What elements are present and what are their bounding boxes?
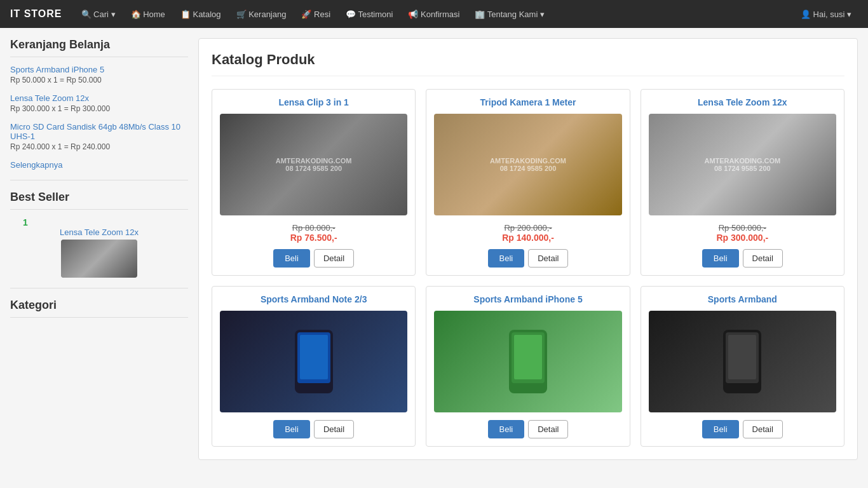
cart-title: Keranjang Belanja <box>10 38 188 57</box>
page-content: Keranjang Belanja Sports Armband iPhone … <box>0 28 868 470</box>
nav-home[interactable]: 🏠 Home <box>125 7 172 22</box>
sidebar-divider-2 <box>10 288 188 288</box>
product-image-5 <box>649 311 836 412</box>
detail-button-5[interactable]: Detail <box>743 420 783 438</box>
product-card-3: Sports Armband Note 2/3 Beli Detail <box>212 286 416 447</box>
beli-button-3[interactable]: Beli <box>273 420 310 438</box>
svg-rect-5 <box>514 335 542 379</box>
detail-button-3[interactable]: Detail <box>314 420 354 438</box>
beli-button-1[interactable]: Beli <box>488 249 525 268</box>
beli-button-0[interactable]: Beli <box>273 249 310 268</box>
nav-keranjang[interactable]: 🛒 Keranjang <box>230 7 293 22</box>
product-old-price-2: Rp 500.000,- <box>649 223 836 233</box>
product-name-1[interactable]: Tripod Kamera 1 Meter <box>434 97 621 107</box>
product-image-0: AMTERAKODING.COM08 1724 9585 200 <box>220 114 407 215</box>
kategori-title: Kategori <box>10 299 188 318</box>
product-card-5: Sports Armband Beli Detail <box>641 286 844 447</box>
beli-button-2[interactable]: Beli <box>702 249 739 268</box>
sidebar: Keranjang Belanja Sports Armband iPhone … <box>10 38 188 460</box>
product-image-4 <box>434 311 621 412</box>
cart-item: Lensa Tele Zoom 12x Rp 300.000 x 1 = Rp … <box>10 93 188 113</box>
product-name-3[interactable]: Sports Armband Note 2/3 <box>220 294 407 304</box>
cart-item-price-2: Rp 240.000 x 1 = Rp 240.000 <box>10 142 188 151</box>
nav-cari[interactable]: 🔍 Cari ▾ <box>75 7 122 22</box>
product-actions-0: Beli Detail <box>220 249 407 268</box>
best-seller-image <box>61 240 137 278</box>
nav-tentang[interactable]: 🏢 Tentang Kami ▾ <box>468 7 550 22</box>
detail-button-2[interactable]: Detail <box>743 249 783 268</box>
product-actions-3: Beli Detail <box>220 420 407 438</box>
nav-konfirmasi[interactable]: 📢 Konfirmasi <box>402 7 466 22</box>
detail-button-1[interactable]: Detail <box>528 249 568 268</box>
cart-item: Micro SD Card Sandisk 64gb 48Mb/s Class … <box>10 122 188 151</box>
cart-item: Sports Armband iPhone 5 Rp 50.000 x 1 = … <box>10 65 188 85</box>
product-card-4: Sports Armband iPhone 5 Beli Detail <box>426 286 630 447</box>
nav-testimoni[interactable]: 💬 Testimoni <box>339 7 399 22</box>
nav-user[interactable]: 👤 Hai, susi ▾ <box>794 7 858 22</box>
product-new-price-0: Rp 76.500,- <box>220 233 407 243</box>
product-actions-4: Beli Detail <box>434 420 621 438</box>
cart-item-name-0[interactable]: Sports Armband iPhone 5 <box>10 65 188 74</box>
product-name-0[interactable]: Lensa Clip 3 in 1 <box>220 97 407 107</box>
cart-more-link[interactable]: Selengkapnya <box>10 160 188 170</box>
product-image-3 <box>220 311 407 412</box>
product-name-5[interactable]: Sports Armband <box>649 294 836 304</box>
nav-katalog[interactable]: 📋 Katalog <box>174 7 227 22</box>
katalog-title: Katalog Produk <box>212 51 844 76</box>
best-seller-title: Best Seller <box>10 191 188 210</box>
detail-button-4[interactable]: Detail <box>528 420 568 438</box>
best-seller-rank: 1 <box>23 217 28 227</box>
svg-rect-2 <box>300 335 328 379</box>
product-card-0: Lensa Clip 3 in 1 AMTERAKODING.COM08 172… <box>212 89 416 276</box>
product-name-2[interactable]: Lensa Tele Zoom 12x <box>649 97 836 107</box>
product-actions-2: Beli Detail <box>649 249 836 268</box>
cart-item-price-1: Rp 300.000 x 1 = Rp 300.000 <box>10 104 188 113</box>
cart-item-price-0: Rp 50.000 x 1 = Rp 50.000 <box>10 76 188 85</box>
beli-button-5[interactable]: Beli <box>702 420 739 438</box>
product-new-price-1: Rp 140.000,- <box>434 233 621 243</box>
product-image-1: AMTERAKODING.COM08 1724 9585 200 <box>434 114 621 215</box>
product-actions-5: Beli Detail <box>649 420 836 438</box>
svg-rect-8 <box>728 335 756 379</box>
main-content: Katalog Produk Lensa Clip 3 in 1 AMTERAK… <box>198 38 858 460</box>
product-old-price-1: Rp 200.000,- <box>434 223 621 233</box>
product-card-1: Tripod Kamera 1 Meter AMTERAKODING.COM08… <box>426 89 630 276</box>
product-new-price-2: Rp 300.000,- <box>649 233 836 243</box>
product-old-price-0: Rp 80.000,- <box>220 223 407 233</box>
brand-logo: IT STORE <box>10 8 62 20</box>
product-name-4[interactable]: Sports Armband iPhone 5 <box>434 294 621 304</box>
product-actions-1: Beli Detail <box>434 249 621 268</box>
cart-item-name-2[interactable]: Micro SD Card Sandisk 64gb 48Mb/s Class … <box>10 122 188 141</box>
product-card-2: Lensa Tele Zoom 12x AMTERAKODING.COM08 1… <box>641 89 844 276</box>
navbar: IT STORE 🔍 Cari ▾ 🏠 Home 📋 Katalog 🛒 Ker… <box>0 0 868 28</box>
sidebar-divider <box>10 180 188 180</box>
cart-item-name-1[interactable]: Lensa Tele Zoom 12x <box>10 93 188 103</box>
beli-button-4[interactable]: Beli <box>488 420 525 438</box>
detail-button-0[interactable]: Detail <box>314 249 354 268</box>
product-image-2: AMTERAKODING.COM08 1724 9585 200 <box>649 114 836 215</box>
nav-resi[interactable]: 🚀 Resi <box>295 7 337 22</box>
best-seller-name[interactable]: Lensa Tele Zoom 12x <box>60 227 139 237</box>
best-seller-item-0: 1 Lensa Tele Zoom 12x <box>10 217 188 278</box>
product-grid: Lensa Clip 3 in 1 AMTERAKODING.COM08 172… <box>212 89 844 447</box>
